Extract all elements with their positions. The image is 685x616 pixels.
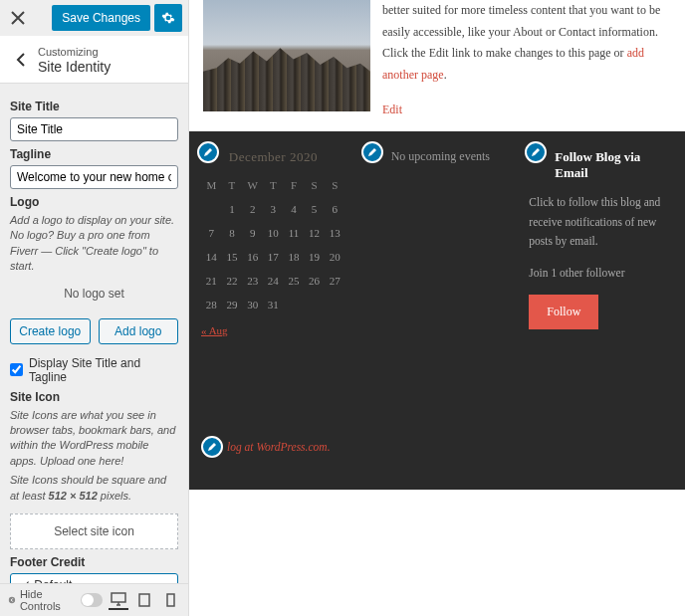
hero-image [203,0,370,111]
edit-widget-button[interactable] [525,141,547,163]
hide-controls-button[interactable]: Hide Controls [8,588,73,612]
calendar-table: MTWTFSS 12345678910111213141516171819202… [201,173,345,316]
prev-month-link[interactable]: « Aug [201,324,228,336]
page-content: better suited for more timeless content … [382,0,679,121]
follow-button[interactable]: Follow [529,295,598,329]
close-button[interactable] [0,0,36,36]
follow-count: Join 1 other follower [529,264,673,284]
pencil-icon [367,147,377,157]
edit-page-link[interactable]: Edit [382,103,402,116]
site-preview: better suited for more timeless content … [189,0,685,616]
site-footer: December 2020 MTWTFSS 123456789101112131… [189,131,685,490]
display-title-label: Display Site Title and Tagline [29,356,178,384]
save-button[interactable]: Save Changes [52,5,150,31]
tagline-label: Tagline [10,147,178,161]
display-title-checkbox[interactable] [10,363,23,376]
breadcrumb: Customizing [38,46,99,58]
create-logo-button[interactable]: Create logo [10,318,91,344]
svg-rect-1 [112,593,125,602]
pencil-icon [203,147,213,157]
select-site-icon-button[interactable]: Select site icon [10,513,178,549]
logo-label: Logo [10,195,178,209]
back-button[interactable] [10,49,32,71]
calendar-widget: December 2020 MTWTFSS 123456789101112131… [201,149,345,338]
no-events-text: No upcoming events [391,149,510,164]
footer-credit-option[interactable]: Default [11,574,177,583]
controls-panel: Site Title Tagline Logo Add a logo to di… [0,84,188,583]
svg-rect-2 [139,594,149,606]
events-widget: No upcoming events [365,149,510,338]
tagline-input[interactable] [10,165,178,189]
site-icon-help-1: Site Icons are what you see in browser t… [10,408,178,470]
mobile-preview-button[interactable] [160,590,180,610]
svg-rect-3 [167,594,174,606]
hide-controls-label: Hide Controls [20,588,73,612]
gear-icon [161,11,175,25]
close-icon [11,11,25,25]
edit-widget-button[interactable] [197,141,219,163]
site-title-label: Site Title [10,100,178,113]
chevron-left-icon [16,53,26,67]
desktop-icon [111,592,126,606]
add-logo-button[interactable]: Add logo [99,318,179,344]
pencil-icon [531,147,541,157]
calendar-title: December 2020 [201,149,345,165]
preview-toggle[interactable] [81,593,103,607]
footer-credit-label: Footer Credit [10,555,178,569]
edit-widget-button[interactable] [361,141,383,163]
logo-help: Add a logo to display on your site. No l… [10,213,178,275]
site-icon-label: Site Icon [10,390,178,404]
follow-title: Follow Blog via Email [555,149,673,181]
pencil-icon [207,442,217,452]
section-header: Customizing Site Identity [0,36,188,84]
topbar: Save Changes [0,0,188,36]
customizer-sidebar: Save Changes Customizing Site Identity S… [0,0,189,616]
desktop-preview-button[interactable] [109,590,128,610]
footer-credit-dropdown[interactable]: Default Website Built with WordPress.com… [10,573,178,583]
tablet-preview-button[interactable] [134,590,154,610]
site-icon-help-2: Site Icons should be square and at least… [10,473,178,504]
svg-point-0 [9,597,15,603]
tablet-icon [138,593,150,607]
mobile-icon [166,593,175,607]
follow-widget: Follow Blog via Email Click to follow th… [529,149,673,338]
bottom-bar: Hide Controls [0,583,188,616]
footer-credit-text: log at WordPress.com. [227,441,331,453]
follow-desc: Click to follow this blog and receive no… [529,193,673,252]
logo-status: No logo set [10,275,178,312]
section-title: Site Identity [38,59,111,75]
edit-widget-button[interactable] [201,436,223,458]
site-title-input[interactable] [10,117,178,141]
chevron-left-icon [8,595,16,605]
settings-button[interactable] [154,4,182,32]
